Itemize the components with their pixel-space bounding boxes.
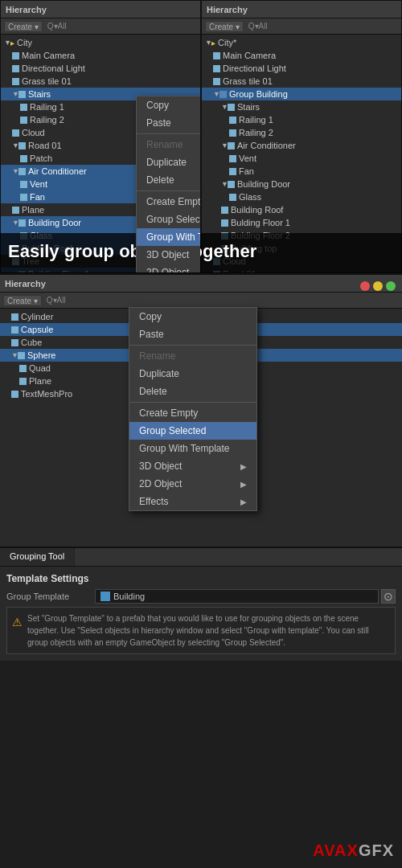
cube-icon-plane <box>12 207 19 214</box>
prefab-icon <box>100 592 110 601</box>
left-search-label: Q▾All <box>47 22 67 31</box>
ctx-2d-object[interactable]: 2D Object▶ <box>137 264 201 273</box>
label-b-cylinder: Cylinder <box>21 312 53 321</box>
bctx-2d-object[interactable]: 2D Object▶ <box>129 475 256 493</box>
bctx-group-template[interactable]: Group With Template <box>129 440 256 457</box>
right-tree-glass[interactable]: Glass <box>202 190 401 203</box>
right-tree-r1[interactable]: Railing 1 <box>202 113 401 126</box>
right-panel-header: Hierarchy <box>202 1 401 18</box>
group-template-row: Group Template Building ⊙ <box>6 589 396 604</box>
bctx-effects[interactable]: Effects▶ <box>129 493 256 510</box>
right-tree-stairs[interactable]: ▼ Stairs <box>202 100 401 113</box>
bctx-delete-label: Delete <box>139 386 167 397</box>
bctx-delete[interactable]: Delete <box>129 383 256 400</box>
prefab-icon-grpbldg <box>219 91 227 98</box>
arrow-road: ▼ <box>12 141 18 149</box>
ctx-copy[interactable]: Copy <box>137 96 201 114</box>
right-tree-light[interactable]: Directional Light <box>202 62 401 75</box>
ctx-rename-label: Rename <box>146 139 183 150</box>
bctx-paste[interactable]: Paste <box>129 326 256 343</box>
cube-b-textmesh <box>11 391 18 398</box>
ctx-duplicate[interactable]: Duplicate <box>137 154 201 171</box>
ctx-delete-label: Delete <box>146 174 174 186</box>
cube-b-sphere <box>18 352 25 359</box>
bctx-group-selected[interactable]: Group Selected <box>129 422 256 440</box>
right-tree-grpbldg[interactable]: ▼ Group Building <box>202 88 401 100</box>
label-b-textmesh: TextMeshPro <box>21 389 72 399</box>
bctx-rename-label: Rename <box>139 350 175 362</box>
right-tree-ac[interactable]: ▼ Air Conditioner <box>202 139 401 152</box>
right-tree-bldoor[interactable]: ▼ Building Door <box>202 178 401 190</box>
context-menu-bottom: Copy Paste Rename Duplicate Delete Creat… <box>129 307 257 511</box>
label-r-light: Directional Light <box>223 63 286 73</box>
label-r-vent: Vent <box>239 154 256 163</box>
bctx-effects-label: Effects <box>139 496 168 507</box>
bottom-create-btn[interactable]: Create ▾ <box>3 295 42 306</box>
cube-b-cube <box>11 339 18 346</box>
bctx-create-empty[interactable]: Create Empty <box>129 404 256 422</box>
watermark-gfx: GFX <box>359 841 394 859</box>
right-search-label: Q▾All <box>248 22 268 31</box>
tl-green <box>386 281 396 291</box>
label-b-capsule: Capsule <box>21 325 53 334</box>
bctx-create-empty-label: Create Empty <box>139 407 198 419</box>
cube-icon-camera <box>12 52 19 59</box>
right-tree-fan[interactable]: Fan <box>202 165 401 178</box>
right-tree-blfloor1[interactable]: Bulding Floor 1 <box>202 216 401 229</box>
bctx-3d-object[interactable]: 3D Object▶ <box>129 457 256 475</box>
label-r-bldoor: Building Door <box>237 179 290 189</box>
label-r-grpbldg: Group Building <box>229 89 288 99</box>
bctx-2d-arrow: ▶ <box>240 480 247 489</box>
label-road: Road 01 <box>28 141 62 150</box>
bctx-copy[interactable]: Copy <box>129 308 256 326</box>
tl-yellow <box>373 281 383 291</box>
label-right-city: City* <box>218 38 236 47</box>
bottom-panel-title: Hierarchy <box>5 279 46 289</box>
bctx-3d-label: 3D Object <box>139 461 182 472</box>
arrow-b-sphere: ▼ <box>11 351 18 359</box>
ctx-3d-object[interactable]: 3D Object▶ <box>137 246 201 264</box>
label-r-fan: Fan <box>239 166 254 176</box>
bctx-duplicate[interactable]: Duplicate <box>129 365 256 383</box>
label-r-grass: Grass tile 01 <box>223 76 273 86</box>
right-create-btn[interactable]: Create ▾ <box>205 21 244 32</box>
tree-item-grass[interactable]: Grass tile 01 <box>1 75 200 88</box>
right-tree-grass[interactable]: Grass tile 01 <box>202 75 401 88</box>
label-r-ac: Air Conditioner <box>237 141 296 150</box>
right-tree-vent[interactable]: Vent <box>202 152 401 165</box>
group-template-picker-btn[interactable]: ⊙ <box>381 589 396 604</box>
cube-icon-r-blroof <box>221 207 228 214</box>
ctx-copy-label: Copy <box>146 100 169 111</box>
bctx-duplicate-label: Duplicate <box>139 368 179 379</box>
ctx-delete[interactable]: Delete <box>137 171 201 189</box>
right-tree-r2[interactable]: Railing 2 <box>202 126 401 139</box>
bctx-effects-arrow: ▶ <box>240 497 247 506</box>
label-r-r2: Railing 2 <box>239 128 273 137</box>
ctx-paste[interactable]: Paste <box>137 114 201 132</box>
tree-item-main-camera[interactable]: Main Camera <box>1 49 200 62</box>
tree-item-city[interactable]: ▼ ▸ City <box>1 36 200 49</box>
right-tree-camera[interactable]: Main Camera <box>202 49 401 62</box>
ctx-create-empty-label: Create Empty <box>146 196 201 207</box>
right-tree-city[interactable]: ▼ ▸ City* <box>202 36 401 49</box>
top-panels: Hierarchy Create ▾ Q▾All ▼ ▸ City Main C… <box>0 0 402 273</box>
ctx-sep1 <box>137 133 201 134</box>
left-create-btn[interactable]: Create ▾ <box>4 21 43 32</box>
tree-item-dir-light[interactable]: Directional Light <box>1 62 200 75</box>
group-template-value: Building <box>95 589 379 604</box>
tab-grouping-tool[interactable]: Grouping Tool <box>0 548 75 566</box>
arrow-r-ac: ▼ <box>221 141 228 149</box>
label-r-r1: Railing 1 <box>239 115 273 125</box>
ctx-group-template[interactable]: Group With Template <box>137 228 201 246</box>
ctx-group-selected[interactable]: Group Selected <box>137 211 201 228</box>
cube-icon-r-bldoor <box>228 181 235 188</box>
cube-icon-r-grass <box>213 78 220 85</box>
ctx-sep2 <box>137 190 201 191</box>
right-tree-blroof[interactable]: Building Roof <box>202 203 401 216</box>
ctx-create-empty[interactable]: Create Empty <box>137 193 201 211</box>
ctx-rename: Rename <box>137 136 201 154</box>
label-stairs: Stairs <box>28 89 51 99</box>
label-r-blroof: Building Roof <box>231 205 283 215</box>
ctx-group-selected-label: Group Selected <box>146 214 201 225</box>
cube-b-quad <box>19 365 27 372</box>
